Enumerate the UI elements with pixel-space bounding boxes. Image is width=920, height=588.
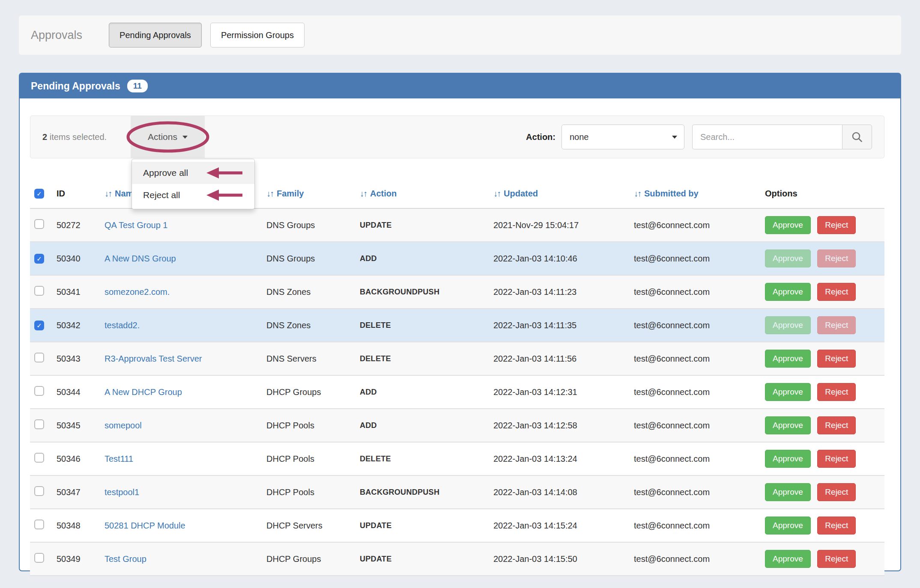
approve-button[interactable]: Approve	[765, 249, 811, 267]
table-row: 50344 A New DHCP Group DHCP Groups ADD 2…	[30, 375, 884, 409]
approve-button[interactable]: Approve	[765, 216, 811, 234]
row-checkbox[interactable]	[34, 553, 44, 563]
row-action: ADD	[355, 375, 489, 409]
row-name-link[interactable]: testadd2.	[105, 321, 140, 330]
reject-button[interactable]: Reject	[817, 249, 856, 267]
approve-button[interactable]: Approve	[765, 450, 811, 468]
sort-icon: ↓↑	[266, 189, 273, 198]
approve-button[interactable]: Approve	[765, 316, 811, 334]
reject-button[interactable]: Reject	[817, 383, 856, 401]
row-submitted-by: test@6connect.com	[630, 475, 761, 509]
row-checkbox[interactable]	[34, 353, 44, 362]
approve-button[interactable]: Approve	[765, 350, 811, 368]
row-family: DHCP Servers	[262, 509, 355, 542]
approve-button[interactable]: Approve	[765, 517, 811, 535]
row-updated: 2022-Jan-03 14:11:56	[489, 342, 630, 375]
action-select[interactable]: none	[562, 125, 684, 149]
row-name-link[interactable]: somezone2.com.	[105, 287, 170, 297]
row-checkbox[interactable]	[34, 286, 44, 296]
select-all-checkbox[interactable]: ✓	[34, 189, 44, 199]
table-row: 50347 testpool1 DHCP Pools BACKGROUNDPUS…	[30, 475, 884, 509]
row-checkbox[interactable]	[34, 520, 44, 529]
column-header-options: Options	[761, 180, 884, 208]
reject-button[interactable]: Reject	[817, 416, 856, 434]
row-checkbox[interactable]	[34, 386, 44, 396]
reject-button[interactable]: Reject	[817, 283, 856, 301]
row-checkbox[interactable]	[34, 219, 44, 229]
row-name-link[interactable]: QA Test Group 1	[105, 220, 168, 230]
row-action: UPDATE	[355, 509, 489, 542]
approve-button[interactable]: Approve	[765, 283, 811, 301]
row-id: 50340	[52, 242, 100, 275]
approve-button[interactable]: Approve	[765, 416, 811, 434]
row-submitted-by: test@6connect.com	[630, 542, 761, 576]
row-checkbox[interactable]: ✓	[34, 254, 44, 264]
row-id: 50272	[52, 208, 100, 242]
column-header-submitted-by[interactable]: ↓↑Submitted by	[630, 180, 761, 208]
reject-button[interactable]: Reject	[817, 216, 856, 234]
row-action: UPDATE	[355, 542, 489, 576]
tab-permission-groups[interactable]: Permission Groups	[210, 23, 305, 48]
row-id: 50342	[52, 309, 100, 342]
reject-button[interactable]: Reject	[817, 517, 856, 535]
row-family: DNS Groups	[262, 208, 355, 242]
row-family: DHCP Groups	[262, 542, 355, 576]
approve-button[interactable]: Approve	[765, 483, 811, 501]
row-name-link[interactable]: Test111	[105, 454, 133, 463]
row-submitted-by: test@6connect.com	[630, 509, 761, 542]
column-header-updated[interactable]: ↓↑Updated	[489, 180, 630, 208]
panel-header: Pending Approvals 11	[20, 74, 900, 98]
row-action: BACKGROUNDPUSH	[355, 475, 489, 509]
row-id: 50347	[52, 475, 100, 509]
row-updated: 2022-Jan-03 14:14:08	[489, 475, 630, 509]
menu-item-approve-all[interactable]: Approve all	[132, 162, 254, 184]
caret-down-icon	[672, 136, 677, 139]
row-family: DHCP Pools	[262, 442, 355, 475]
reject-button[interactable]: Reject	[817, 483, 856, 501]
row-updated: 2021-Nov-29 15:04:17	[489, 208, 630, 242]
row-checkbox[interactable]: ✓	[34, 321, 44, 330]
reject-button[interactable]: Reject	[817, 450, 856, 468]
reject-button[interactable]: Reject	[817, 350, 856, 368]
row-action: DELETE	[355, 342, 489, 375]
row-name-link[interactable]: A New DHCP Group	[105, 387, 182, 397]
search-button[interactable]	[842, 125, 872, 149]
caret-down-icon	[182, 136, 188, 139]
row-updated: 2022-Jan-03 14:11:35	[489, 309, 630, 342]
column-header-id: ID	[52, 180, 100, 208]
page-title: Approvals	[31, 29, 82, 42]
row-name-link[interactable]: testpool1	[105, 487, 139, 497]
row-checkbox[interactable]	[34, 419, 44, 429]
table-row: 50341 somezone2.com. DNS Zones BACKGROUN…	[30, 275, 884, 309]
approve-button[interactable]: Approve	[765, 383, 811, 401]
search-input[interactable]	[692, 125, 842, 149]
row-submitted-by: test@6connect.com	[630, 309, 761, 342]
actions-button[interactable]: Actions	[131, 116, 205, 158]
row-submitted-by: test@6connect.com	[630, 242, 761, 275]
row-name-link[interactable]: A New DNS Group	[105, 254, 176, 263]
pending-approvals-panel: Pending Approvals 11 2 items selected. A…	[19, 73, 901, 571]
row-submitted-by: test@6connect.com	[630, 208, 761, 242]
row-name-link[interactable]: R3-Approvals Test Server	[105, 354, 202, 363]
annotation-arrow-icon	[206, 189, 242, 201]
row-action: DELETE	[355, 309, 489, 342]
column-header-action[interactable]: ↓↑Action	[355, 180, 489, 208]
tab-pending-approvals[interactable]: Pending Approvals	[109, 23, 202, 48]
menu-item-reject-all[interactable]: Reject all	[132, 184, 254, 206]
row-checkbox[interactable]	[34, 453, 44, 463]
row-name-link[interactable]: somepool	[105, 421, 142, 430]
row-checkbox[interactable]	[34, 486, 44, 496]
row-name-link[interactable]: Test Group	[105, 554, 146, 564]
table-row: 50346 Test111 DHCP Pools DELETE 2022-Jan…	[30, 442, 884, 475]
row-id: 50344	[52, 375, 100, 409]
row-family: DNS Zones	[262, 309, 355, 342]
row-id: 50345	[52, 409, 100, 442]
approve-button[interactable]: Approve	[765, 550, 811, 568]
column-header-family[interactable]: ↓↑Family	[262, 180, 355, 208]
row-submitted-by: test@6connect.com	[630, 442, 761, 475]
row-submitted-by: test@6connect.com	[630, 275, 761, 309]
reject-button[interactable]: Reject	[817, 316, 856, 334]
reject-button[interactable]: Reject	[817, 550, 856, 568]
row-name-link[interactable]: 50281 DHCP Module	[105, 521, 185, 530]
row-updated: 2022-Jan-03 14:12:58	[489, 409, 630, 442]
